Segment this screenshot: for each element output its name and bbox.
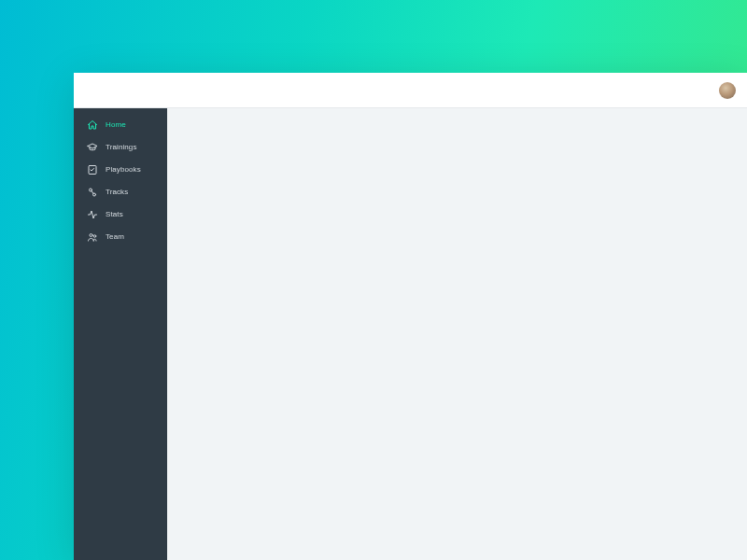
- activity-icon: [87, 209, 98, 220]
- sidebar-item-stats[interactable]: Stats: [74, 203, 167, 226]
- sidebar-item-label: Stats: [106, 211, 123, 218]
- sidebar-item-label: Trainings: [106, 144, 137, 151]
- svg-point-3: [90, 234, 92, 237]
- app-body: Home Trainings Playbooks: [74, 108, 747, 560]
- sidebar-item-team[interactable]: Team: [74, 226, 167, 248]
- gradient-backdrop: Home Trainings Playbooks: [0, 0, 747, 560]
- home-icon: [87, 119, 98, 131]
- sidebar-item-playbooks[interactable]: Playbooks: [74, 159, 167, 181]
- checklist-icon: [87, 164, 98, 175]
- topbar: [74, 73, 747, 108]
- grad-cap-icon: [87, 142, 98, 153]
- sidebar-item-label: Tracks: [106, 189, 128, 196]
- sidebar-item-label: Playbooks: [106, 166, 141, 174]
- tracks-icon: [87, 187, 98, 198]
- app-window: Home Trainings Playbooks: [74, 73, 747, 560]
- sidebar-item-trainings[interactable]: Trainings: [74, 136, 167, 159]
- sidebar-item-tracks[interactable]: Tracks: [74, 181, 167, 203]
- sidebar: Home Trainings Playbooks: [74, 108, 167, 560]
- sidebar-item-label: Team: [106, 233, 124, 241]
- sidebar-item-label: Home: [106, 121, 126, 129]
- avatar[interactable]: [719, 82, 736, 99]
- main-content: [167, 108, 747, 560]
- svg-point-4: [93, 235, 96, 238]
- team-icon: [87, 231, 98, 243]
- sidebar-item-home[interactable]: Home: [74, 114, 167, 136]
